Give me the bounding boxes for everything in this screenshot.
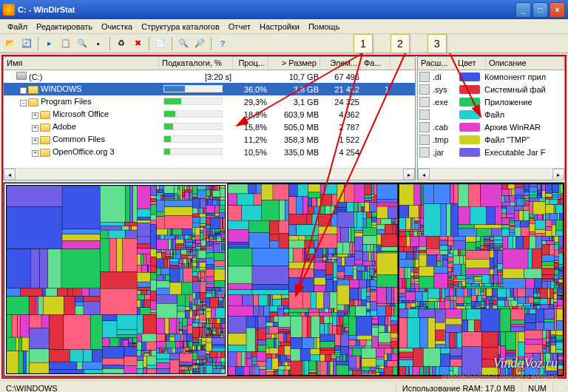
svg-rect-498: [204, 323, 206, 328]
zoom-out-icon[interactable]: 🔎: [192, 36, 207, 51]
svg-rect-1797: [435, 301, 437, 308]
svg-rect-1677: [503, 236, 508, 249]
svg-rect-546: [198, 365, 200, 369]
svg-rect-445: [199, 263, 206, 268]
scroll-left-icon[interactable]: ◂: [4, 169, 16, 180]
explorer-icon[interactable]: 🔍: [75, 36, 89, 51]
menu-file[interactable]: Файл: [3, 21, 32, 33]
expander-icon[interactable]: +: [20, 87, 27, 94]
expander-icon[interactable]: +: [32, 150, 38, 157]
legend-row[interactable]: .exeПриложение: [418, 95, 564, 108]
svg-rect-1165: [266, 369, 274, 371]
menu-help[interactable]: Помощь: [304, 21, 345, 33]
console-icon[interactable]: ▪: [91, 36, 106, 51]
extension-legend[interactable]: Расш... Цвет Описание .diКомпонент прил.…: [417, 56, 565, 180]
col-percent[interactable]: Проц...: [233, 57, 268, 70]
svg-rect-567: [210, 196, 212, 199]
play-icon[interactable]: ▸: [42, 36, 57, 51]
menu-report[interactable]: Отчет: [224, 21, 255, 33]
svg-rect-489: [200, 310, 201, 314]
svg-rect-99: [18, 315, 21, 337]
callout-2: 2: [390, 34, 410, 53]
expander-icon[interactable]: +: [32, 112, 38, 119]
menu-settings[interactable]: Настройки: [255, 21, 304, 33]
svg-rect-1646: [497, 251, 502, 264]
svg-rect-1719: [554, 268, 558, 270]
properties-icon[interactable]: 📄: [153, 36, 168, 51]
legend-row[interactable]: Файл: [418, 108, 564, 121]
directory-tree[interactable]: Имя Подкаталоги, % Проц... > Размер Элем…: [3, 56, 416, 180]
svg-rect-1806: [453, 296, 456, 300]
svg-rect-678: [219, 297, 223, 301]
col-name[interactable]: Имя: [4, 57, 159, 70]
svg-rect-183: [164, 193, 175, 196]
legend-row[interactable]: .cabАрхив WinRAR: [418, 121, 564, 133]
tree-row[interactable]: +Microsoft Office18,9%603,9 MB4 362: [4, 108, 415, 121]
svg-rect-1284: [372, 337, 379, 348]
tree-row[interactable]: -Program Files29,3%3,1 GB24 325: [4, 95, 415, 108]
menu-cleanup[interactable]: Очистка: [97, 21, 137, 33]
col-ext[interactable]: Расш...: [418, 57, 455, 70]
copy-icon[interactable]: 📋: [58, 36, 73, 51]
svg-rect-177: [159, 189, 164, 192]
svg-rect-239: [175, 247, 183, 249]
resize-grip[interactable]: [553, 387, 568, 390]
svg-rect-548: [197, 369, 198, 372]
col-color[interactable]: Цвет: [455, 57, 486, 70]
svg-rect-1446: [542, 191, 546, 198]
tree-row[interactable]: +Common Files11,2%358,3 MB1 522: [4, 133, 415, 146]
help-icon[interactable]: ?: [215, 36, 230, 51]
maximize-button[interactable]: □: [532, 2, 548, 18]
svg-rect-1146: [274, 316, 278, 322]
svg-rect-1441: [537, 190, 541, 194]
expander-icon[interactable]: +: [32, 125, 38, 132]
tree-row[interactable]: +OpenOffice.org 310,5%335,0 MB4 254: [4, 146, 415, 158]
scroll-right-icon[interactable]: ▸: [552, 169, 564, 180]
legend-row[interactable]: .diКомпонент прил: [418, 70, 564, 83]
svg-rect-1777: [424, 302, 426, 305]
svg-rect-1799: [439, 301, 444, 308]
legend-row[interactable]: .sysСистемный фай: [418, 83, 564, 95]
scroll-right-icon[interactable]: ▸: [403, 169, 415, 180]
svg-rect-637: [223, 237, 225, 239]
svg-rect-384: [180, 365, 192, 366]
svg-rect-565: [206, 196, 209, 199]
open-icon[interactable]: 📂: [3, 36, 18, 51]
svg-rect-1768: [419, 288, 425, 292]
refresh-icon[interactable]: 🔄: [19, 36, 34, 51]
zoom-in-icon[interactable]: 🔍: [176, 36, 191, 51]
legend-hscroll[interactable]: ◂ ▸: [418, 168, 564, 180]
expander-icon[interactable]: +: [32, 138, 38, 144]
svg-rect-1730: [558, 236, 563, 247]
svg-rect-1731: [558, 247, 563, 249]
recycle-icon[interactable]: ♻: [114, 36, 129, 51]
svg-rect-669: [217, 287, 217, 297]
col-files[interactable]: Фа...: [361, 57, 390, 70]
minimize-button[interactable]: _: [515, 2, 531, 18]
scroll-left-icon[interactable]: ◂: [418, 169, 430, 180]
svg-rect-1147: [266, 322, 273, 327]
tree-row[interactable]: (C:)[3:20 s]10,7 GB67 496: [4, 70, 415, 83]
svg-rect-862: [318, 226, 337, 234]
svg-rect-1769: [425, 288, 426, 292]
close-button[interactable]: ×: [550, 2, 565, 18]
legend-row[interactable]: .tmpФайл "TMP": [418, 133, 564, 146]
col-items[interactable]: Элем...: [320, 57, 361, 70]
tree-hscroll[interactable]: ◂ ▸: [4, 168, 415, 180]
col-subdirs[interactable]: Подкаталоги, %: [159, 57, 233, 70]
tree-row[interactable]: +WINDOWS36,0%3,8 GB21 4121: [4, 83, 415, 95]
col-size[interactable]: > Размер: [268, 57, 320, 70]
svg-rect-607: [210, 229, 212, 232]
delete-icon[interactable]: ✖: [130, 36, 145, 51]
col-desc[interactable]: Описание: [486, 57, 564, 70]
svg-rect-1366: [421, 234, 423, 236]
svg-rect-2033: [524, 339, 542, 345]
treemap-visualization[interactable]: [3, 182, 565, 377]
tree-row[interactable]: +Adobe15,8%505,0 MB2 787: [4, 121, 415, 133]
svg-rect-9: [40, 249, 48, 288]
legend-row[interactable]: .jarExecutable Jar F: [418, 146, 564, 158]
svg-rect-313: [178, 310, 186, 311]
menu-structure[interactable]: Структура каталогов: [137, 21, 224, 33]
menu-edit[interactable]: Редактировать: [32, 21, 97, 33]
expander-icon[interactable]: -: [20, 100, 27, 107]
